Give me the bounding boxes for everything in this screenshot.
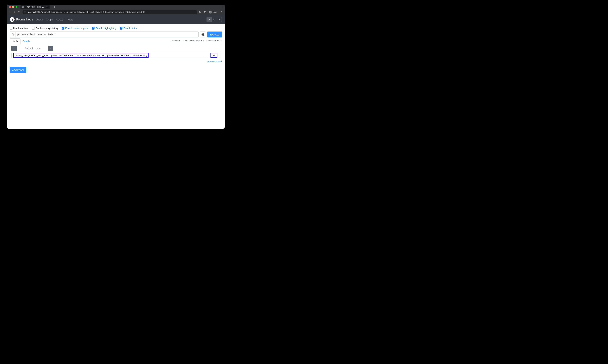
- result-table: prisma_client_queries_total{group="produ…: [11, 53, 220, 58]
- svg-rect-2: [204, 11, 206, 13]
- url-text: localhost:9090/graph?g0.expr=prisma_clie…: [28, 11, 145, 13]
- stat-result-series: Result series: 1: [207, 39, 222, 42]
- svg-point-3: [210, 11, 210, 12]
- option-enable-autocomplete[interactable]: Enable autocomplete: [62, 27, 89, 29]
- add-panel-button[interactable]: Add Panel: [10, 67, 26, 73]
- tab-graph[interactable]: Graph: [20, 39, 32, 44]
- nav-graph[interactable]: Graph: [46, 18, 53, 21]
- svg-point-1: [199, 11, 201, 13]
- flame-icon: [10, 17, 14, 22]
- query-options-row: Use local time Enable query history Enab…: [10, 27, 222, 29]
- address-bar[interactable]: i localhost:9090/graph?g0.expr=prisma_cl…: [23, 10, 197, 14]
- value-highlight: 0: [210, 53, 217, 58]
- back-button[interactable]: [9, 11, 12, 13]
- remove-panel-link[interactable]: Remove Panel: [207, 60, 222, 63]
- query-stats: Load time: 25ms Resolution: 14s Result s…: [171, 39, 222, 42]
- metrics-explorer-button[interactable]: [200, 31, 206, 38]
- checkbox[interactable]: [120, 27, 123, 29]
- expression-input[interactable]: prisma_client_queries_total: [16, 32, 198, 37]
- browser-window: Prometheus Time Series Collec ✕ ＋ ▾ i lo…: [7, 5, 225, 129]
- window-minimize-button[interactable]: [12, 6, 14, 8]
- option-use-local-time[interactable]: Use local time: [10, 27, 29, 29]
- globe-icon: [22, 6, 25, 8]
- checkbox[interactable]: [32, 27, 35, 29]
- expression-input-container: prisma_client_queries_total: [10, 31, 199, 38]
- option-enable-highlighting[interactable]: Enable highlighting: [92, 27, 116, 29]
- new-tab-button[interactable]: ＋: [53, 5, 56, 9]
- browser-tab-title: Prometheus Time Series Collec: [26, 6, 45, 8]
- tab-list-button[interactable]: ▾: [222, 6, 223, 8]
- checkbox[interactable]: [10, 27, 12, 29]
- zoom-search-icon[interactable]: [199, 11, 202, 13]
- evaluation-time-row: Evaluation time: [11, 46, 220, 51]
- search-icon: [10, 32, 16, 37]
- result-tabs: Table Graph: [10, 39, 32, 44]
- reload-button[interactable]: [18, 11, 21, 13]
- nav-alerts[interactable]: Alerts: [36, 18, 43, 21]
- caret-down-icon: ▾: [64, 19, 65, 21]
- window-titlebar: Prometheus Time Series Collec ✕ ＋ ▾: [7, 5, 225, 9]
- stat-resolution: Resolution: 14s: [190, 39, 204, 42]
- option-enable-linter[interactable]: Enable linter: [120, 27, 137, 29]
- theme-light-button[interactable]: [207, 17, 212, 22]
- forward-button[interactable]: [13, 11, 16, 13]
- theme-dark-button[interactable]: [212, 17, 217, 22]
- query-row: prisma_client_queries_total Execute: [10, 31, 222, 38]
- checkbox[interactable]: [92, 27, 95, 29]
- result-row: prisma_client_queries_total{group="produ…: [12, 53, 220, 58]
- window-zoom-button[interactable]: [15, 6, 17, 8]
- checkbox[interactable]: [62, 27, 64, 29]
- browser-toolbar: i localhost:9090/graph?g0.expr=prisma_cl…: [7, 9, 225, 15]
- stat-load-time: Load time: 25ms: [171, 39, 187, 42]
- browser-menu-button[interactable]: ⋮: [221, 11, 223, 13]
- eval-time-next-button[interactable]: [48, 46, 53, 51]
- series-value: 0: [210, 54, 218, 57]
- extensions-icon[interactable]: [204, 11, 206, 13]
- prometheus-navbar: Prometheus Alerts Graph Status▾ Help: [7, 15, 225, 24]
- site-info-icon[interactable]: i: [24, 11, 27, 13]
- prometheus-logo[interactable]: Prometheus: [10, 17, 33, 22]
- avatar-icon: [209, 11, 212, 13]
- tab-table[interactable]: Table: [10, 39, 20, 44]
- theme-switcher: [207, 17, 222, 22]
- eval-time-prev-button[interactable]: [11, 46, 17, 51]
- svg-point-5: [209, 19, 210, 20]
- browser-tab[interactable]: Prometheus Time Series Collec ✕: [20, 5, 50, 9]
- series-label: prisma_client_queries_total{group="produ…: [13, 54, 210, 57]
- window-close-button[interactable]: [9, 6, 11, 8]
- svg-rect-4: [12, 20, 13, 21]
- main-content: Use local time Enable query history Enab…: [7, 24, 225, 76]
- eval-time-input[interactable]: Evaluation time: [17, 46, 48, 51]
- series-highlight: prisma_client_queries_total{group="produ…: [13, 53, 149, 58]
- theme-auto-button[interactable]: [217, 17, 221, 22]
- tab-close-icon[interactable]: ✕: [47, 6, 49, 8]
- option-enable-query-history[interactable]: Enable query history: [32, 27, 58, 29]
- profile-button[interactable]: Guest: [209, 11, 218, 13]
- execute-button[interactable]: Execute: [207, 31, 222, 38]
- result-panel: Evaluation time prisma_client_queries_to…: [10, 44, 222, 59]
- nav-status[interactable]: Status▾: [56, 18, 65, 21]
- nav-help[interactable]: Help: [68, 18, 73, 21]
- window-traffic-lights: [9, 6, 17, 8]
- svg-point-7: [12, 34, 13, 35]
